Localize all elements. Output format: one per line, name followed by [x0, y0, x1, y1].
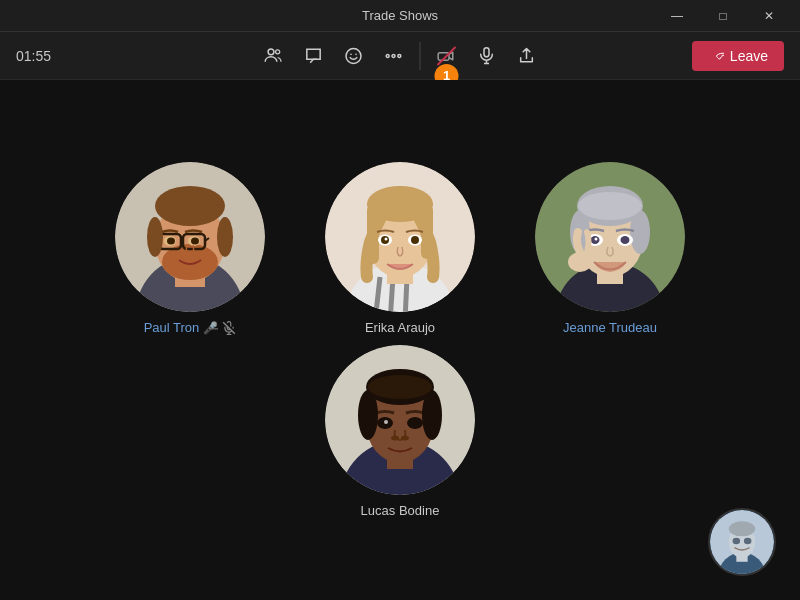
reactions-button[interactable]	[336, 38, 372, 74]
svg-point-58	[578, 192, 642, 220]
svg-point-76	[358, 390, 378, 440]
paul-name: Paul Tron	[144, 320, 200, 335]
chat-icon	[304, 46, 324, 66]
avatar-jeanne	[535, 162, 685, 312]
svg-point-27	[155, 186, 225, 226]
paul-name-row: Paul Tron 🎤̶	[144, 320, 237, 335]
erika-name: Erika Araujo	[365, 320, 435, 335]
jeanne-avatar-image	[535, 162, 685, 312]
reactions-icon	[344, 46, 364, 66]
share-button[interactable]	[509, 38, 545, 74]
participant-erika: Erika Araujo	[325, 162, 475, 335]
svg-point-2	[346, 48, 361, 63]
toolbar: 01:55	[0, 32, 800, 80]
share-icon	[517, 46, 537, 66]
toolbar-center-buttons: 1	[256, 38, 545, 74]
self-preview[interactable]	[708, 508, 776, 576]
lucas-avatar-image	[325, 345, 475, 495]
mic-icon	[477, 46, 497, 66]
leave-button[interactable]: Leave	[692, 41, 784, 71]
leave-phone-icon	[708, 48, 724, 64]
svg-point-29	[217, 217, 233, 257]
maximize-button[interactable]: □	[700, 0, 746, 32]
svg-point-28	[147, 217, 163, 257]
self-preview-image	[710, 508, 774, 576]
window-title: Trade Shows	[362, 8, 438, 23]
avatar-erika	[325, 162, 475, 312]
toolbar-right: Leave	[692, 41, 784, 71]
leave-label: Leave	[730, 48, 768, 64]
svg-point-57	[630, 210, 650, 254]
paul-mic-off-icon	[222, 321, 236, 335]
camera-button-wrapper: 1	[429, 38, 465, 74]
lucas-name: Lucas Bodine	[361, 503, 440, 518]
svg-point-6	[392, 54, 395, 57]
close-button[interactable]: ✕	[746, 0, 792, 32]
svg-point-86	[729, 521, 755, 536]
participants-button[interactable]	[256, 38, 292, 74]
svg-point-73	[391, 436, 399, 441]
participants-icon	[264, 46, 284, 66]
svg-rect-8	[438, 52, 449, 60]
svg-point-25	[167, 238, 175, 245]
minimize-button[interactable]: —	[654, 0, 700, 32]
toolbar-divider	[420, 42, 421, 70]
svg-point-63	[595, 238, 598, 241]
svg-point-3	[350, 53, 352, 55]
more-button[interactable]	[376, 38, 412, 74]
more-icon	[384, 46, 404, 66]
participant-lucas: Lucas Bodine	[325, 345, 475, 518]
window-controls: — □ ✕	[438, 0, 792, 32]
svg-point-48	[411, 236, 419, 244]
lucas-name-row: Lucas Bodine	[361, 503, 440, 518]
erika-name-row: Erika Araujo	[365, 320, 435, 335]
svg-point-85	[744, 538, 752, 545]
svg-point-77	[422, 390, 442, 440]
camera-icon	[437, 46, 457, 66]
call-timer: 01:55	[16, 48, 56, 64]
participant-paul: Paul Tron 🎤̶	[115, 162, 265, 335]
svg-point-5	[386, 54, 389, 57]
svg-point-74	[401, 436, 409, 441]
svg-point-26	[191, 238, 199, 245]
svg-point-1	[276, 49, 280, 53]
paul-muted-icon: 🎤̶	[203, 321, 218, 335]
svg-point-78	[368, 375, 432, 399]
participants-grid: Paul Tron 🎤̶	[20, 162, 780, 518]
svg-point-62	[621, 236, 630, 244]
svg-point-0	[268, 48, 274, 54]
chat-button[interactable]	[296, 38, 332, 74]
svg-point-72	[384, 420, 388, 424]
participants-row-2: Lucas Bodine	[325, 345, 475, 518]
participant-jeanne: Jeanne Trudeau	[535, 162, 685, 335]
paul-avatar-image	[115, 162, 265, 312]
erika-avatar-image	[325, 162, 475, 312]
jeanne-name: Jeanne Trudeau	[563, 320, 657, 335]
svg-point-7	[398, 54, 401, 57]
mic-button[interactable]	[469, 38, 505, 74]
svg-point-71	[407, 417, 423, 429]
main-content: Paul Tron 🎤̶	[0, 80, 800, 600]
jeanne-name-row: Jeanne Trudeau	[563, 320, 657, 335]
svg-point-4	[355, 53, 357, 55]
title-bar: Trade Shows — □ ✕	[0, 0, 800, 32]
avatar-paul	[115, 162, 265, 312]
svg-rect-9	[484, 47, 489, 56]
svg-point-84	[733, 538, 741, 545]
avatar-lucas	[325, 345, 475, 495]
svg-point-49	[385, 238, 388, 241]
participants-row-1: Paul Tron 🎤̶	[115, 162, 685, 335]
